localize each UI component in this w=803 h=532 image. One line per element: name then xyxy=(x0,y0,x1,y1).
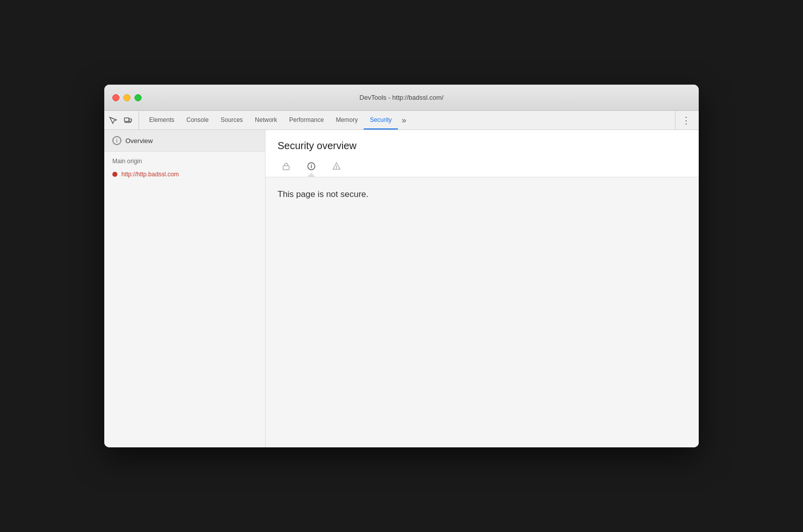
svg-point-8 xyxy=(336,168,337,169)
inspect-element-icon[interactable] xyxy=(106,114,119,127)
svg-rect-0 xyxy=(124,118,129,121)
svg-rect-1 xyxy=(129,119,131,121)
tab-performance[interactable]: Performance xyxy=(283,111,330,129)
info-circle-icon: i xyxy=(112,136,121,145)
toolbar-left xyxy=(106,111,139,129)
sidebar-overview-item[interactable]: i Overview xyxy=(104,130,265,152)
security-icons-row xyxy=(278,160,687,177)
tab-memory[interactable]: Memory xyxy=(330,111,364,129)
title-bar: DevTools - http://badssl.com/ xyxy=(104,85,699,111)
tab-overflow-button[interactable]: » xyxy=(398,111,411,129)
devtools-window: DevTools - http://badssl.com/ Elements xyxy=(104,85,699,447)
tabs: Elements Console Sources Network Perform… xyxy=(143,111,675,129)
tab-bar: Elements Console Sources Network Perform… xyxy=(104,111,699,130)
tab-network[interactable]: Network xyxy=(249,111,283,129)
window-title: DevTools - http://badssl.com/ xyxy=(360,94,444,101)
security-header: Security overview xyxy=(265,130,699,177)
tab-console[interactable]: Console xyxy=(180,111,215,129)
security-title: Security overview xyxy=(278,140,687,152)
warning-icon xyxy=(332,162,341,171)
device-toolbar-icon[interactable] xyxy=(121,114,135,127)
security-body: This page is not secure. xyxy=(265,177,699,447)
maximize-button[interactable] xyxy=(135,94,142,101)
not-secure-message: This page is not secure. xyxy=(278,189,368,199)
sidebar: i Overview Main origin http://http.badss… xyxy=(104,130,265,447)
traffic-lights xyxy=(112,94,142,101)
origin-item[interactable]: http://http.badssl.com xyxy=(104,168,265,181)
lock-icon-item[interactable] xyxy=(278,160,295,177)
tab-security[interactable]: Security xyxy=(364,111,397,129)
origin-link[interactable]: http://http.badssl.com xyxy=(121,171,179,178)
close-button[interactable] xyxy=(112,94,119,101)
main-origin-header: Main origin xyxy=(104,152,265,168)
security-panel: Security overview xyxy=(265,130,699,447)
overview-label: Overview xyxy=(125,137,153,145)
main-content: i Overview Main origin http://http.badss… xyxy=(104,130,699,447)
origin-status-dot xyxy=(112,172,117,177)
tab-sources[interactable]: Sources xyxy=(215,111,249,129)
svg-point-6 xyxy=(311,164,312,165)
minimize-button[interactable] xyxy=(123,94,130,101)
tab-elements[interactable]: Elements xyxy=(143,111,180,129)
lock-icon xyxy=(282,162,291,171)
tab-bar-right: ⋮ xyxy=(675,111,697,129)
info-icon-item[interactable] xyxy=(303,160,320,177)
warning-icon-item[interactable] xyxy=(328,160,345,177)
more-options-button[interactable]: ⋮ xyxy=(680,114,693,127)
info-icon xyxy=(307,162,316,171)
svg-rect-3 xyxy=(283,166,289,170)
